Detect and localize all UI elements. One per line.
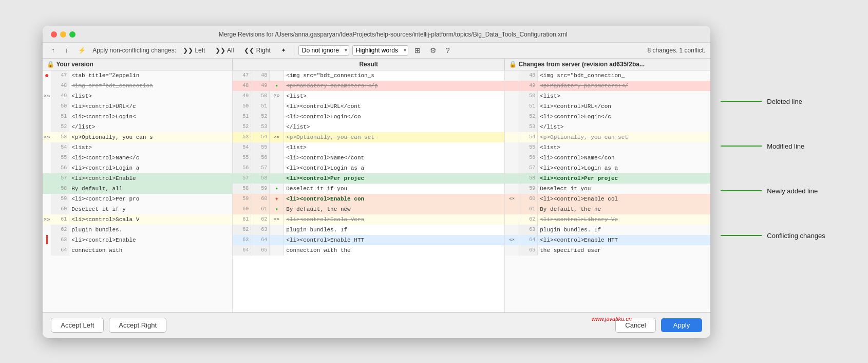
c-gutter-52 — [270, 122, 284, 132]
r-gutter-50 — [505, 91, 519, 101]
accept-left-button[interactable]: Accept Left — [51, 318, 104, 333]
c-gutter-64 — [270, 245, 284, 256]
next-change-button[interactable]: ↓ — [61, 45, 71, 56]
list-item: 56 <li><control>Name</con — [505, 153, 710, 163]
merge-dialog: Merge Revisions for /Users/anna.gasparya… — [43, 26, 710, 338]
maximize-button[interactable] — [69, 31, 76, 38]
r-num-52: 52 — [519, 112, 538, 122]
c-gutter-60: ● — [270, 204, 284, 214]
ignore-select[interactable]: Do not ignore — [298, 45, 349, 56]
r-gutter-60: «× — [505, 194, 519, 204]
c-left-num-59: 59 — [233, 194, 251, 204]
accept-right-button[interactable]: Accept Right — [109, 318, 166, 333]
legend-modified: Modified line — [721, 142, 825, 150]
line-num-58: 58 — [51, 184, 69, 194]
list-item: 51 52 <li><control>Login</co — [233, 112, 504, 122]
list-item: 63 plugin bundles. If — [505, 225, 710, 235]
close-button[interactable] — [51, 31, 57, 38]
c-left-num-61: 61 — [233, 214, 251, 225]
error-icon: ● — [45, 71, 49, 80]
legend-modified-label: Modified line — [767, 142, 804, 150]
apply-button[interactable]: Apply — [661, 318, 703, 332]
list-item: 52 53 </list> — [233, 122, 504, 132]
r-content-58: <li><control>Per projec — [538, 173, 710, 184]
title-bar: Merge Revisions for /Users/anna.gasparya… — [43, 26, 710, 43]
left-gutter-49: ×» — [43, 91, 51, 101]
conflict-icon-59: ✦ — [275, 195, 278, 203]
c-right-num-60: 60 — [251, 194, 270, 204]
line-num-59: 59 — [51, 194, 69, 204]
r-gutter-64: «× — [505, 235, 519, 245]
c-right-num-58: 58 — [251, 173, 270, 184]
r-num-59: 59 — [519, 184, 538, 194]
list-item: ×» 53 <p>Optionally, you can s — [43, 132, 232, 142]
list-item: «× 64 <li><control>Enable HTT — [505, 235, 710, 245]
diff-area[interactable]: ● 47 <tab title="Zeppelin 48 <img src="b… — [43, 70, 710, 312]
list-item: 58 By default, all — [43, 184, 232, 194]
list-item: 59 60 ✦ <li><control>Enable con — [233, 194, 504, 204]
list-item: 56 57 <li><control>Login as a — [233, 163, 504, 173]
r-gutter-65 — [505, 245, 519, 256]
toolbar: ↑ ↓ ⚡ Apply non-conflicting changes: ❯❯ … — [43, 43, 710, 59]
line-num-61: 61 — [51, 214, 69, 225]
merge-icon-49: ×» — [274, 93, 280, 99]
magic-wand-button[interactable]: ⚡ — [74, 45, 89, 56]
line-num-48: 48 — [51, 81, 69, 91]
c-content-50: <li><control>URL</cont — [284, 101, 504, 112]
c-right-num-62: 62 — [251, 214, 270, 225]
apply-left-button[interactable]: ❯❯ Left — [179, 45, 209, 56]
prev-change-button[interactable]: ↑ — [48, 45, 58, 56]
c-content-60: By default, the new — [284, 204, 504, 214]
r-num-54: 54 — [519, 132, 538, 142]
r-gutter-54 — [505, 132, 519, 142]
changes-info: 8 changes. 1 conflict. — [648, 47, 706, 54]
minimize-button[interactable] — [60, 31, 66, 38]
apply-right-button[interactable]: ❮❮ Right — [240, 45, 274, 56]
r-content-56: <li><control>Name</con — [538, 153, 710, 163]
settings-icon-button[interactable]: ⚙ — [427, 45, 440, 56]
r-content-59: Deselect it you — [538, 184, 710, 194]
line-num-62: 62 — [51, 225, 69, 235]
c-left-num-47: 47 — [233, 70, 251, 81]
c-gutter-48: ● — [270, 81, 284, 91]
left-gutter-58 — [43, 184, 51, 194]
line-content-52: </list> — [69, 122, 232, 132]
resolve-button[interactable]: ✦ — [277, 45, 290, 56]
legend-deleted-label: Deleted line — [767, 98, 802, 105]
apply-all-button[interactable]: ❯❯ All — [212, 45, 237, 56]
c-gutter-63 — [270, 235, 284, 245]
r-num-57: 57 — [519, 163, 538, 173]
columns-icon-button[interactable]: ⊞ — [411, 45, 424, 56]
highlight-select[interactable]: Highlight words — [352, 45, 408, 56]
c-right-num-57: 57 — [251, 163, 270, 173]
legend-line-deleted — [721, 101, 762, 102]
list-item: 64 65 connection with the — [233, 245, 504, 256]
c-gutter-51 — [270, 112, 284, 122]
right-panel: 48 <img src="bdt_connection_ 49 <p>Manda… — [505, 70, 710, 312]
apply-non-conflicting-label: Apply non-conflicting changes: — [92, 47, 176, 54]
line-num-55: 55 — [51, 153, 69, 163]
left-gutter-59 — [43, 194, 51, 204]
list-item: ● 47 <tab title="Zeppelin — [43, 70, 232, 81]
c-right-num-49: 49 — [251, 81, 270, 91]
r-num-49: 49 — [519, 81, 538, 91]
r-content-57: <li><control>Login as a — [538, 163, 710, 173]
r-gutter-53 — [505, 122, 519, 132]
c-left-num-50: 50 — [233, 101, 251, 112]
list-item: 57 <li><control>Enable — [43, 173, 232, 184]
green-dot-icon-60: ● — [275, 207, 278, 211]
c-right-num-61: 61 — [251, 204, 270, 214]
help-icon-button[interactable]: ? — [443, 45, 453, 56]
c-left-num-55: 55 — [233, 153, 251, 163]
r-gutter-55 — [505, 142, 519, 153]
list-item: 60 61 ● By default, the new — [233, 204, 504, 214]
x-mark-icon-53: ×» — [44, 134, 50, 140]
c-left-num-60: 60 — [233, 204, 251, 214]
left-gutter-48 — [43, 81, 51, 91]
highlight-select-wrap[interactable]: Highlight words — [352, 45, 408, 56]
up-arrow-icon: ↑ — [51, 47, 54, 54]
r-num-53: 53 — [519, 122, 538, 132]
ignore-select-wrap[interactable]: Do not ignore — [298, 45, 349, 56]
r-content-49: <p>Mandatory parameters:</ — [538, 81, 710, 91]
down-arrow-icon: ↓ — [65, 47, 68, 54]
